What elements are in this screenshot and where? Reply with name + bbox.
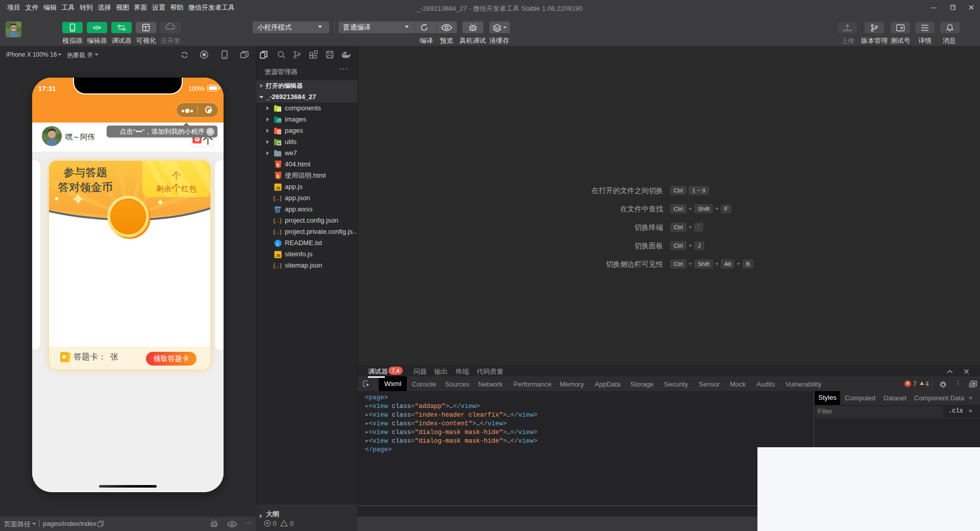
svg-text:5: 5: [277, 162, 279, 167]
svg-text:{..}: {..}: [273, 218, 282, 224]
svg-text:{..}: {..}: [273, 195, 282, 202]
svg-text:i: i: [277, 242, 279, 247]
svg-text:JS: JS: [276, 186, 280, 190]
svg-text:5: 5: [277, 174, 279, 179]
svg-text:{..}: {..}: [273, 229, 282, 235]
svg-text:{..}: {..}: [273, 262, 282, 269]
svg-text:<>: <>: [278, 131, 282, 134]
svg-text:JS: JS: [276, 253, 280, 258]
